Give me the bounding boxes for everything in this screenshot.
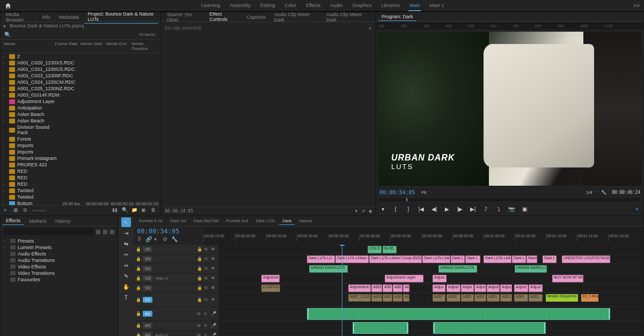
timeline-clip[interactable]: Adjus	[461, 284, 474, 292]
snap-icon[interactable]: ⫚	[137, 236, 143, 243]
list-view-icon[interactable]: ≡	[4, 207, 10, 214]
comparison-icon[interactable]: ▣	[520, 204, 529, 213]
effects-list[interactable]: ›Presets›Lumetri Presets›Audio Effects›A…	[1, 237, 118, 284]
panel-tab[interactable]: Markers	[26, 217, 50, 225]
timeline-clip[interactable]: A001	[461, 294, 474, 302]
timeline-clip[interactable]: Adjustment L	[348, 284, 371, 292]
mark-out-icon[interactable]: }	[404, 204, 413, 213]
mute-icon[interactable]: M	[197, 323, 202, 328]
timeline-clip[interactable]: A001	[383, 294, 392, 302]
lock-icon[interactable]: 🔒	[197, 266, 202, 272]
track-select-tool-icon[interactable]: ⇥	[121, 228, 131, 238]
sync-icon[interactable]: ⟲	[204, 276, 209, 281]
project-item-row[interactable]: ›Imports	[1, 142, 160, 149]
lock-icon[interactable]: 🔒	[197, 257, 202, 262]
workspace-tab[interactable]: Main 1	[428, 1, 445, 11]
video-track-header[interactable]: 🔒V5🔒⟲👁	[134, 254, 218, 264]
timeline-clip[interactable]: A001	[514, 294, 528, 302]
extract-icon[interactable]: ⤵	[494, 204, 503, 213]
timeline-clip[interactable]: Adjust	[447, 284, 460, 292]
add-marker-icon[interactable]: ▾	[378, 204, 387, 213]
workspace-tab[interactable]: Audio	[329, 1, 343, 11]
settings-icon[interactable]: ⚙	[163, 236, 169, 243]
marker-icon[interactable]: ▾	[154, 236, 160, 243]
fx-badge-icon-2[interactable]: ▩	[103, 229, 107, 235]
effects-folder[interactable]: ›Lumetri Presets	[3, 244, 115, 251]
timeline-clip[interactable]: LOGFOOT	[261, 284, 280, 292]
program-scrubber[interactable]	[379, 198, 640, 201]
effects-folder[interactable]: ›Presets	[3, 238, 115, 244]
timeline-clip[interactable]: A001	[393, 284, 402, 292]
sync-icon[interactable]: ⟲	[204, 286, 209, 291]
project-item-row[interactable]: ›Adjustment Layer	[1, 98, 160, 105]
zoom-level[interactable]: 1/4	[586, 190, 592, 195]
timeline-clip[interactable]: URBAN DARKLUTS	[515, 265, 547, 273]
sequence-tab[interactable]: Dark	[279, 217, 295, 225]
button-editor-icon[interactable]: +	[633, 204, 641, 213]
timeline-clip[interactable]: BUY NOW AT WWW	[552, 275, 583, 282]
timeline-clip[interactable]: Adjust	[487, 284, 500, 292]
program-timecode[interactable]: 00:00:34:05	[379, 189, 415, 195]
workspace-tab[interactable]: Main	[408, 1, 421, 11]
solo-icon[interactable]: S	[204, 311, 209, 317]
project-search-input[interactable]	[3, 31, 138, 38]
panel-tab[interactable]: Effects	[3, 217, 24, 225]
program-monitor[interactable]: URBAN DARK LUTS	[378, 32, 641, 186]
project-item-row[interactable]: ›Primark Instagram	[1, 155, 160, 162]
voice-icon[interactable]: 🎤	[211, 323, 216, 328]
timeline-clip[interactable]: A001	[529, 294, 543, 302]
project-item-row[interactable]: ›A001_C021_1230GS.RDC	[1, 66, 160, 72]
project-item-row[interactable]: ›2	[1, 53, 160, 60]
playhead[interactable]	[342, 245, 342, 336]
wrench-icon[interactable]: 🔧	[601, 190, 606, 195]
razor-tool-icon[interactable]: ✂	[121, 250, 131, 259]
project-item-row[interactable]: ›RED	[1, 174, 160, 181]
project-item-row[interactable]: ›Twisted	[1, 194, 160, 200]
panel-tab[interactable]: Info	[39, 13, 54, 21]
pen-tool-icon[interactable]: ✎	[121, 271, 131, 281]
timeline-clip[interactable]: Dark L	[543, 255, 557, 263]
bypass-icon[interactable]: ⊘	[362, 209, 365, 214]
freeform-view-icon[interactable]: ⊞	[23, 207, 30, 214]
project-item-row[interactable]: ›Twisted	[1, 187, 160, 194]
timeline-clip[interactable]: A001	[371, 294, 382, 302]
new-bin-icon[interactable]: 📁	[131, 207, 138, 214]
sync-icon[interactable]: ⟲	[204, 257, 209, 262]
eye-icon[interactable]: 👁	[211, 247, 216, 252]
new-item-icon[interactable]: ▣	[141, 207, 148, 214]
sync-icon[interactable]: ⟲	[204, 297, 209, 303]
timeline-clip[interactable]: Dark L	[451, 255, 465, 263]
effects-search-input[interactable]	[4, 228, 93, 235]
type-tool-icon[interactable]: T	[121, 293, 131, 302]
project-item-row[interactable]: ›RED	[1, 168, 160, 174]
play-icon[interactable]: ▶	[443, 204, 451, 213]
eye-icon[interactable]: 👁	[211, 276, 216, 281]
lock-icon[interactable]: 🔒	[197, 286, 202, 291]
audio-track-header[interactable]: 🔒A6Audio 6MS🎤	[134, 331, 218, 336]
timeline-clip[interactable]: UNEDITED LOGFOOTAGE	[562, 255, 610, 263]
timeline-clip[interactable]: A007	[433, 294, 445, 302]
timeline-clip[interactable]: Adjust	[433, 275, 447, 282]
timeline-clip[interactable]: Dark L	[512, 255, 526, 263]
project-item-row[interactable]: ›Bottom25.00 fps00:00:00:0000:00:52:1800…	[1, 200, 160, 205]
eye-icon[interactable]: 👁	[211, 297, 216, 303]
step-back-icon[interactable]: ◀|	[430, 204, 438, 213]
eye-icon[interactable]: 👁	[211, 257, 216, 262]
home-icon[interactable]	[4, 2, 12, 10]
program-tab[interactable]: Program: Dark	[378, 13, 416, 21]
timeline-clip[interactable]: Nested Sequence 06	[546, 294, 578, 302]
eye-icon[interactable]: 👁	[211, 266, 216, 272]
timeline-clip[interactable]: Dark LUTs Linked	[484, 255, 511, 263]
workspace-tab[interactable]: Color	[283, 1, 297, 11]
timeline-clip[interactable]: A001	[393, 294, 402, 302]
effects-folder[interactable]: ›Video Transitions	[3, 270, 115, 276]
lock-icon[interactable]: 🔒	[197, 297, 202, 303]
sequence-tab[interactable]: Portrait 9-16	[136, 217, 166, 225]
selection-tool-icon[interactable]: ↖	[121, 217, 131, 227]
project-item-row[interactable]: ›A001_C024_1230CM.RDC	[1, 79, 160, 85]
mark-in-icon[interactable]: {	[391, 204, 400, 213]
keyframe-icon[interactable]: ◆	[369, 209, 372, 214]
timeline-ruler[interactable]: 00:00:15:0000:00:20:0000:00:25:0000:00:3…	[203, 227, 643, 245]
timeline-clip[interactable]: Need	[526, 255, 537, 263]
project-item-row[interactable]: ›A001_C025_1230NZ.RDC	[1, 85, 160, 92]
